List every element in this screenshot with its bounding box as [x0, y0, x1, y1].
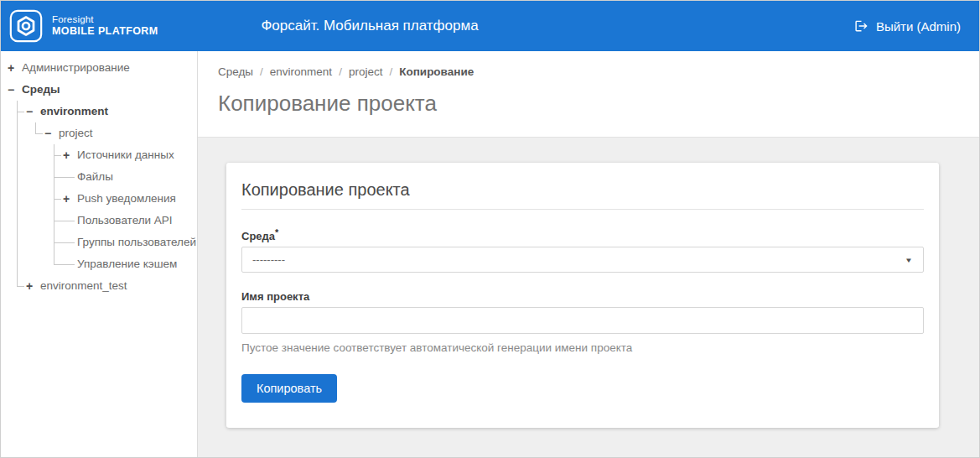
card-title: Копирование проекта [241, 180, 924, 210]
environment-select[interactable]: --------- [241, 247, 924, 273]
breadcrumb-environment[interactable]: environment [270, 65, 332, 78]
tree-item-project: − project + Источники данных [44, 122, 197, 275]
tree-item-cache-management: Управление кэшем [63, 253, 197, 275]
tree-item-data-sources: + Источники данных [63, 144, 197, 166]
tree-branch-project: + Источники данных Файлы [44, 144, 197, 275]
tree-row-administration[interactable]: + Администрирование [8, 57, 197, 79]
foresight-logo-icon [9, 9, 43, 43]
app-title: Форсайт. Мобильная платформа [261, 18, 478, 34]
app-logo[interactable]: Foresight MOBILE PLATFORM [1, 9, 158, 43]
copy-button[interactable]: Копировать [241, 374, 337, 403]
expand-icon[interactable]: + [26, 275, 40, 297]
collapse-icon[interactable]: − [44, 122, 59, 144]
sidebar-navigation: + Администрирование − Среды − environmen… [1, 51, 198, 457]
tree-label: Пользователи API [77, 210, 173, 232]
copy-project-card: Копирование проекта Среда* --------- ▼ И… [226, 163, 939, 428]
logout-icon [854, 19, 869, 34]
breadcrumb-current: Копирование [399, 65, 474, 78]
tree-label: Группы пользователей [77, 232, 196, 253]
project-name-label: Имя проекта [241, 290, 924, 303]
logo-line1: Foresight [52, 13, 158, 25]
tree-label: Среды [22, 79, 60, 101]
breadcrumb-separator: / [389, 65, 392, 78]
tree-row-environment-test[interactable]: + environment_test [26, 275, 197, 297]
environment-field-group: Среда* --------- ▼ [241, 227, 924, 273]
logout-label: Выйти (Admin) [876, 19, 961, 34]
tree-row-api-users[interactable]: Пользователи API [63, 210, 197, 232]
tree-row-push-notifications[interactable]: + Push уведомления [63, 188, 197, 210]
tree-label: environment [40, 101, 108, 122]
environment-label-text: Среда [241, 230, 275, 242]
tree-label: Управление кэшем [77, 253, 177, 275]
tree-label: Источники данных [77, 144, 174, 166]
breadcrumb: Среды / environment / project / Копирова… [218, 65, 959, 78]
tree-item-user-groups: Группы пользователей [63, 232, 197, 253]
page-header: Среды / environment / project / Копирова… [198, 51, 979, 138]
tree-branch-environment: − project + Источники данных [26, 122, 197, 275]
main-content: Среды / environment / project / Копирова… [198, 51, 979, 457]
project-name-input[interactable] [241, 307, 924, 334]
tree-row-files[interactable]: Файлы [63, 166, 197, 188]
tree-label: Push уведомления [77, 188, 176, 210]
project-name-field-group: Имя проекта Пустое значение соответствуе… [241, 290, 924, 354]
expand-icon[interactable]: + [63, 188, 77, 210]
app-header: Foresight MOBILE PLATFORM Форсайт. Мобил… [1, 1, 979, 51]
environment-label: Среда* [241, 227, 924, 242]
nav-tree: + Администрирование − Среды − environmen… [1, 51, 197, 297]
page-title: Копирование проекта [218, 91, 959, 117]
tree-item-environment-test: + environment_test [26, 275, 197, 297]
tree-row-environments[interactable]: − Среды [8, 79, 197, 101]
tree-row-project[interactable]: − project [44, 122, 197, 144]
logo-line2: MOBILE PLATFORM [52, 25, 158, 39]
breadcrumb-project[interactable]: project [349, 65, 383, 78]
environment-select-wrap: --------- ▼ [241, 247, 924, 273]
logo-text: Foresight MOBILE PLATFORM [52, 13, 158, 39]
expand-icon[interactable]: + [63, 144, 77, 166]
tree-item-api-users: Пользователи API [63, 210, 197, 232]
breadcrumb-separator: / [260, 65, 263, 78]
expand-icon[interactable]: + [8, 57, 22, 79]
tree-label: environment_test [40, 275, 127, 297]
tree-item-push-notifications: + Push уведомления [63, 188, 197, 210]
tree-label: Файлы [77, 166, 113, 188]
logout-button[interactable]: Выйти (Admin) [854, 19, 961, 34]
tree-row-cache-management[interactable]: Управление кэшем [63, 253, 197, 275]
required-asterisk: * [275, 227, 278, 237]
tree-row-user-groups[interactable]: Группы пользователей [63, 232, 197, 253]
tree-row-data-sources[interactable]: + Источники данных [63, 144, 197, 166]
tree-label: project [59, 122, 93, 144]
breadcrumb-separator: / [339, 65, 342, 78]
tree-item-administration: + Администрирование [8, 57, 197, 79]
tree-item-environment: − environment − project [26, 101, 197, 275]
breadcrumb-environments[interactable]: Среды [218, 65, 253, 78]
collapse-icon[interactable]: − [26, 101, 40, 122]
tree-item-files: Файлы [63, 166, 197, 188]
tree-label: Администрирование [22, 57, 130, 79]
tree-branch-environments: − environment − project [8, 101, 197, 297]
app-window: Foresight MOBILE PLATFORM Форсайт. Мобил… [0, 0, 980, 458]
tree-row-environment[interactable]: − environment [26, 101, 197, 122]
collapse-icon[interactable]: − [8, 79, 22, 101]
project-name-help-text: Пустое значение соответствует автоматиче… [241, 341, 924, 354]
tree-item-environments: − Среды − environment − pr [8, 79, 197, 297]
